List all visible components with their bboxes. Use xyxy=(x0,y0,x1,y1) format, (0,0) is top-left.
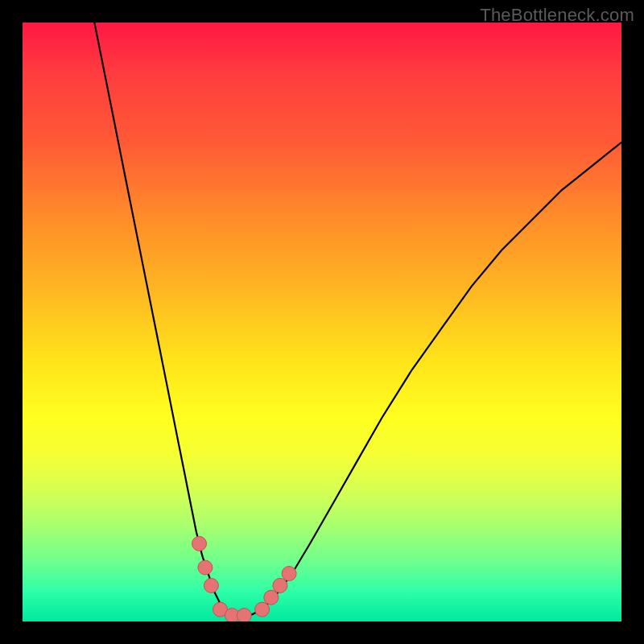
curve-left xyxy=(94,23,237,616)
data-marker xyxy=(237,609,251,621)
data-marker xyxy=(264,590,279,605)
data-marker xyxy=(198,560,213,575)
chart-svg xyxy=(23,23,621,621)
plot-area xyxy=(23,23,621,621)
data-markers xyxy=(192,536,297,621)
chart-frame: TheBottleneck.com xyxy=(0,0,644,644)
data-marker xyxy=(273,578,287,592)
data-marker xyxy=(255,602,270,617)
data-marker xyxy=(192,536,207,551)
data-marker xyxy=(282,567,296,581)
watermark-text: TheBottleneck.com xyxy=(480,5,634,26)
data-marker xyxy=(204,578,218,592)
curve-right xyxy=(250,142,621,616)
